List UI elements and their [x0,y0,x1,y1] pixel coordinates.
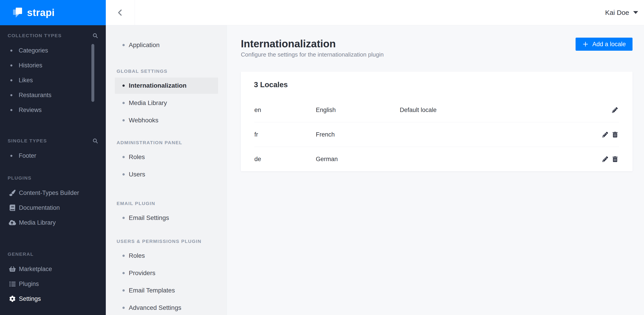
sidebar-item-documentation[interactable]: Documentation [0,200,106,215]
edit-locale-button[interactable] [602,156,608,162]
sidebar-item-settings[interactable]: Settings [0,291,106,306]
sidebar-item-reviews[interactable]: Reviews [0,103,106,117]
settings-item-media-library[interactable]: Media Library [106,95,227,111]
dot-icon [10,94,12,96]
settings-item-up-roles[interactable]: Roles [106,248,227,264]
trash-icon [612,132,618,137]
settings-item-webhooks[interactable]: Webhooks [106,112,227,128]
section-title: PLUGINS [8,175,32,181]
sidebar-item-footer[interactable]: Footer [0,148,106,163]
settings-item-internationalization[interactable]: Internationalization [115,78,218,94]
caret-down-icon [633,11,638,14]
strapi-admin-app: strapi Kai Doe COLLECTION TYPES Categori… [0,0,644,315]
locale-name: French [316,131,400,138]
basket-icon [8,266,16,272]
locales-card-title: 3 Locales [241,72,632,98]
plugins-list: Content-Types Builder Documentation Medi… [0,185,106,230]
settings-item-label: Advanced Settings [129,304,182,311]
settings-item-admin-users[interactable]: Users [106,166,227,182]
dot-icon [122,307,125,309]
pencil-icon [602,132,608,137]
delete-locale-button[interactable] [612,156,618,162]
settings-item-label: Media Library [129,99,167,107]
settings-item-label: Email Templates [129,287,175,294]
strapi-logo-icon [13,8,23,18]
cloud-upload-icon [8,220,16,225]
main-sidebar: COLLECTION TYPES Categories Histories Li… [0,25,106,315]
logo-text: strapi [27,7,55,18]
sidebar-item-label: Histories [19,62,42,69]
locales-table: en English Default locale fr French [254,98,619,171]
strapi-logo[interactable]: strapi [0,0,106,25]
dot-icon [122,102,125,104]
sidebar-item-label: Categories [19,47,48,54]
scrollbar-thumb[interactable] [92,44,94,102]
sidebar-item-categories[interactable]: Categories [0,43,106,58]
section-users-permissions-plugin: USERS & PERMISSIONS PLUGIN [106,237,227,245]
user-name: Kai Doe [605,9,629,17]
settings-item-email-settings[interactable]: Email Settings [106,210,227,226]
gear-icon [8,296,16,302]
table-row: de German [254,147,619,171]
sidebar-item-histories[interactable]: Histories [0,58,106,73]
list-icon [8,281,16,287]
settings-item-label: Providers [129,269,155,277]
sidebar-item-media-library[interactable]: Media Library [0,215,106,230]
settings-item-advanced-settings[interactable]: Advanced Settings [106,300,227,315]
row-actions [602,132,618,137]
section-plugins: PLUGINS [8,174,98,182]
back-button[interactable] [106,0,135,25]
locale-code: en [254,107,316,114]
sidebar-item-restaurants[interactable]: Restaurants [0,88,106,103]
section-single-types: SINGLE TYPES [8,137,98,145]
delete-locale-button[interactable] [612,132,618,137]
search-icon[interactable] [92,138,98,144]
settings-item-label: Internationalization [129,82,186,89]
settings-item-label: Email Settings [129,214,169,221]
dot-icon [122,156,125,158]
sidebar-item-label: Likes [19,77,33,84]
settings-item-admin-roles[interactable]: Roles [106,149,227,165]
sidebar-item-marketplace[interactable]: Marketplace [0,262,106,276]
locale-code: de [254,156,316,163]
dot-icon [10,65,12,67]
pencil-icon [602,156,608,162]
dot-icon [122,289,125,291]
trash-icon [612,156,618,162]
edit-locale-button[interactable] [602,132,608,137]
sidebar-item-likes[interactable]: Likes [0,73,106,88]
paintbrush-icon [8,190,16,196]
dot-icon [10,50,12,52]
settings-item-providers[interactable]: Providers [106,265,227,281]
sidebar-item-label: Restaurants [19,92,52,99]
dot-icon [122,217,125,219]
sidebar-item-plugins[interactable]: Plugins [0,276,106,291]
sidebar-item-content-types-builder[interactable]: Content-Types Builder [0,185,106,200]
dot-icon [122,119,125,121]
locales-card: 3 Locales en English Default locale fr F… [241,72,632,171]
settings-item-application[interactable]: Application [106,37,227,53]
single-types-list: Footer [0,148,106,163]
search-icon[interactable] [92,33,98,39]
table-row: fr French [254,122,619,147]
row-actions [612,107,618,113]
user-menu[interactable]: Kai Doe [605,0,638,25]
edit-locale-button[interactable] [612,107,618,113]
sidebar-item-label: Marketplace [19,266,52,273]
add-locale-button[interactable]: Add a locale [576,38,632,51]
pencil-icon [612,107,618,113]
sidebar-item-label: Plugins [19,280,39,287]
chevron-left-icon [116,9,124,17]
sidebar-item-label: Reviews [19,107,42,114]
settings-item-label: Webhooks [129,117,158,124]
section-administration-panel: ADMINISTRATION PANEL [106,139,227,147]
settings-sidebar: Application GLOBAL SETTINGS Internationa… [106,25,227,315]
section-title: COLLECTION TYPES [8,33,62,38]
locale-name: English [316,107,400,114]
section-email-plugin: EMAIL PLUGIN [106,199,227,207]
settings-item-label: Users [129,171,145,178]
settings-item-email-templates[interactable]: Email Templates [106,282,227,298]
locale-name: German [316,156,400,163]
settings-item-label: Roles [129,252,145,259]
page-subtitle: Configure the settings for the internati… [241,51,632,58]
